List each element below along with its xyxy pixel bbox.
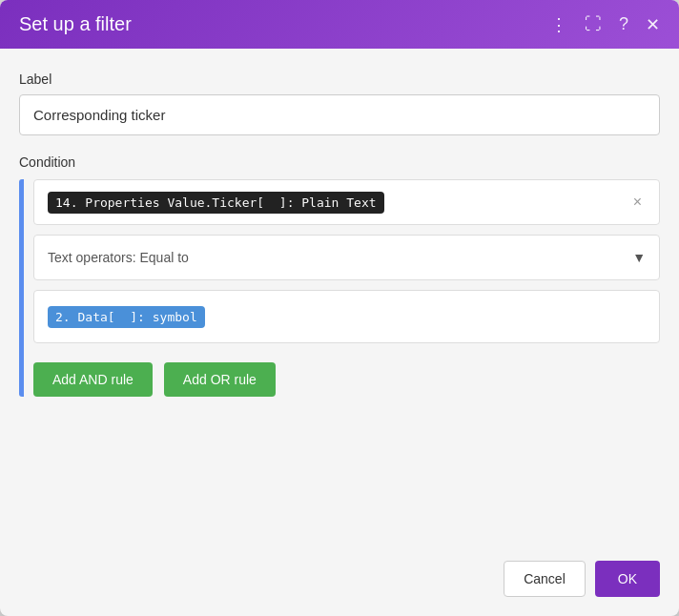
- dialog-body: Label Condition 14. Properties Value.Tic…: [0, 49, 679, 549]
- value-row: 2. Data[ ]: symbol: [33, 290, 660, 343]
- operator-dropdown-text: Text operators: Equal to: [48, 250, 189, 265]
- tag-properties-value: 14. Properties Value.Ticker[ ]: Plain Te…: [48, 192, 384, 214]
- cancel-button[interactable]: Cancel: [504, 561, 586, 597]
- header-icons: ⋮ ⛶ ? ✕: [550, 14, 660, 35]
- ok-button[interactable]: OK: [595, 561, 660, 597]
- add-or-rule-button[interactable]: Add OR rule: [164, 362, 276, 397]
- operator-dropdown[interactable]: Text operators: Equal to ▼: [33, 235, 660, 280]
- label-field-label: Label: [19, 72, 660, 87]
- dialog-footer: Cancel OK: [0, 549, 679, 616]
- rule-buttons-row: Add AND rule Add OR rule: [33, 362, 660, 397]
- condition-close-button[interactable]: ×: [629, 192, 646, 213]
- condition-section: Condition 14. Properties Value.Ticker[ ]…: [19, 154, 660, 397]
- condition-inner: 14. Properties Value.Ticker[ ]: Plain Te…: [33, 179, 660, 397]
- dialog-header: Set up a filter ⋮ ⛶ ? ✕: [0, 0, 679, 49]
- label-input[interactable]: [19, 94, 660, 135]
- dropdown-arrow-icon: ▼: [632, 250, 646, 265]
- condition-left-bar: [19, 179, 24, 397]
- help-icon[interactable]: ?: [619, 14, 628, 34]
- condition-label: Condition: [19, 154, 660, 170]
- value-tags-container: 2. Data[ ]: symbol: [48, 306, 646, 328]
- condition-tags-row: 14. Properties Value.Ticker[ ]: Plain Te…: [33, 179, 660, 225]
- dialog: Set up a filter ⋮ ⛶ ? ✕ Label Condition …: [0, 0, 679, 616]
- close-icon[interactable]: ✕: [646, 14, 660, 35]
- tag-data-symbol: 2. Data[ ]: symbol: [48, 306, 205, 328]
- expand-icon[interactable]: ⛶: [585, 14, 602, 34]
- more-icon[interactable]: ⋮: [550, 14, 567, 35]
- tags-container: 14. Properties Value.Ticker[ ]: Plain Te…: [48, 192, 629, 214]
- add-and-rule-button[interactable]: Add AND rule: [33, 362, 153, 397]
- dialog-title: Set up a filter: [19, 13, 132, 35]
- label-section: Label: [19, 72, 660, 154]
- condition-block: 14. Properties Value.Ticker[ ]: Plain Te…: [19, 179, 660, 397]
